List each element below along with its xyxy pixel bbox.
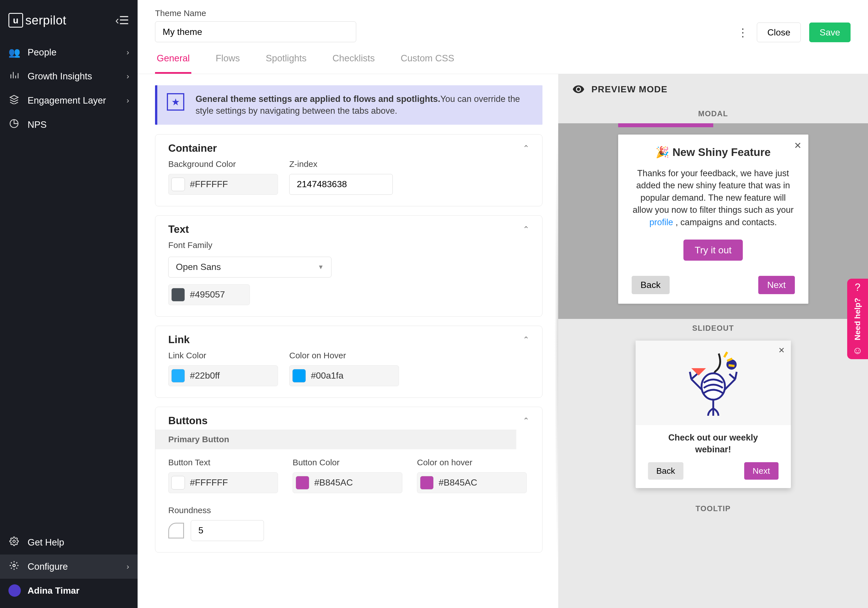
select-value: Open Sans — [176, 262, 221, 272]
tab-general[interactable]: General — [155, 53, 191, 74]
sidebar-item-label: NPS — [28, 119, 129, 130]
modal-next-button[interactable]: Next — [758, 276, 795, 294]
star-icon: ★ — [167, 93, 184, 111]
modal-link[interactable]: profile — [649, 217, 673, 227]
panel-link: Link ⌃ Link Color #22b0ff Color on Hover — [155, 326, 542, 398]
button-hover-color-input[interactable]: #B845AC — [417, 472, 527, 493]
color-value: #B845AC — [314, 478, 353, 488]
color-swatch — [171, 476, 185, 490]
sidebar-collapse-icon[interactable]: ‹☰ — [115, 14, 129, 27]
field-label: Font Family — [168, 240, 529, 250]
field-label: Z-index — [289, 159, 393, 169]
color-swatch — [171, 369, 185, 383]
sidebar-item-label: Engagement Layer — [28, 95, 119, 106]
layers-icon — [8, 95, 20, 106]
font-family-select[interactable]: Open Sans ▼ — [168, 257, 332, 278]
celebrate-person-icon — [677, 346, 750, 419]
field-label: Link Color — [168, 351, 278, 360]
svg-point-7 — [13, 565, 16, 567]
tab-custom-css[interactable]: Custom CSS — [399, 53, 456, 74]
sidebar-item-label: People — [28, 47, 119, 58]
slideout-back-button[interactable]: Back — [648, 462, 684, 480]
close-button[interactable]: Close — [757, 23, 801, 42]
user-profile[interactable]: Adina Timar — [0, 579, 138, 602]
preview-title: PREVIEW MODE — [591, 84, 667, 95]
sidebar-item-engagement-layer[interactable]: Engagement Layer › — [0, 88, 138, 113]
panel-title: Text — [168, 223, 189, 235]
modal-heading: 🎉 New Shiny Feature — [632, 146, 795, 159]
close-icon[interactable]: ✕ — [794, 140, 801, 151]
color-swatch — [420, 476, 434, 490]
chevron-right-icon: › — [127, 96, 129, 105]
link-color-input[interactable]: #22b0ff — [168, 365, 278, 386]
need-help-tab[interactable]: ? Need help? ☺ — [847, 279, 868, 359]
chevron-right-icon: › — [127, 72, 129, 81]
chevron-up-icon[interactable]: ⌃ — [523, 335, 529, 344]
banner-bold: General theme settings are applied to fl… — [195, 94, 440, 104]
chevron-right-icon: › — [127, 48, 129, 57]
sidebar-item-people[interactable]: 👥 People › — [0, 40, 138, 64]
tab-spotlights[interactable]: Spotlights — [264, 53, 308, 74]
sidebar-item-label: Growth Insights — [28, 71, 119, 82]
close-icon[interactable]: ✕ — [778, 346, 785, 355]
sidebar-item-growth-insights[interactable]: Growth Insights › — [0, 64, 138, 88]
eye-icon — [572, 83, 585, 95]
try-it-out-button[interactable]: Try it out — [684, 240, 743, 261]
sidebar-item-get-help[interactable]: Get Help — [0, 530, 138, 555]
theme-name-label: Theme Name — [155, 8, 356, 18]
zindex-input[interactable] — [289, 174, 393, 195]
panel-text: Text ⌃ Font Family Open Sans ▼ #495057 — [155, 216, 542, 317]
preview-modal-stage: ✕ 🎉 New Shiny Feature Thanks for your fe… — [558, 123, 868, 319]
panel-title: Buttons — [168, 415, 208, 427]
sidebar-item-label: Get Help — [28, 537, 129, 548]
color-swatch — [296, 476, 309, 490]
sidebar-item-label: Configure — [28, 561, 119, 572]
support-icon: ☺ — [852, 344, 863, 356]
color-value: #FFFFFF — [190, 478, 228, 488]
save-button[interactable]: Save — [809, 23, 851, 42]
panel-title: Link — [168, 334, 190, 346]
modal-progress-bar — [618, 123, 713, 127]
modal-back-button[interactable]: Back — [632, 276, 670, 294]
panel-container: Container ⌃ Background Color #FFFFFF Z-i… — [155, 134, 542, 206]
tab-flows[interactable]: Flows — [214, 53, 242, 74]
tabs: General Flows Spotlights Checklists Cust… — [138, 42, 868, 74]
background-color-input[interactable]: #FFFFFF — [168, 174, 278, 195]
panel-buttons: Buttons ⌃ Primary Button Button Text #FF… — [155, 407, 542, 552]
slideout-text: Check out our weekly webinar! — [636, 425, 791, 462]
color-value: #22b0ff — [190, 371, 220, 381]
chevron-right-icon: › — [127, 562, 129, 571]
preview-modal: ✕ 🎉 New Shiny Feature Thanks for your fe… — [618, 135, 808, 304]
roundness-icon — [168, 523, 184, 538]
link-hover-color-input[interactable]: #00a1fa — [289, 365, 399, 386]
chevron-up-icon[interactable]: ⌃ — [523, 144, 529, 153]
chevron-up-icon[interactable]: ⌃ — [523, 416, 529, 425]
modal-body: Thanks for your feedback, we have just a… — [632, 167, 795, 228]
field-label: Color on hover — [417, 458, 527, 467]
sidebar-item-configure[interactable]: Configure › — [0, 555, 138, 579]
field-label: Button Color — [293, 458, 402, 467]
preview-panel: PREVIEW MODE MODAL ✕ 🎉 New Shiny Feature… — [558, 74, 868, 608]
color-value: #FFFFFF — [190, 179, 228, 189]
slideout-illustration — [636, 341, 791, 425]
more-options-icon[interactable]: ⋮ — [737, 27, 749, 38]
color-swatch — [171, 178, 185, 191]
people-icon: 👥 — [8, 47, 20, 58]
pie-chart-icon — [8, 119, 20, 130]
slideout-next-button[interactable]: Next — [744, 462, 778, 480]
field-label: Button Text — [168, 458, 278, 467]
theme-name-input[interactable] — [155, 22, 356, 42]
color-value: #B845AC — [439, 478, 477, 488]
roundness-input[interactable] — [191, 520, 264, 541]
chevron-up-icon[interactable]: ⌃ — [523, 225, 529, 234]
panel-subhead: Primary Button — [155, 430, 516, 449]
main: Theme Name ⋮ Close Save General Flows Sp… — [138, 0, 868, 608]
text-color-input[interactable]: #495057 — [168, 284, 250, 305]
button-color-input[interactable]: #B845AC — [293, 472, 402, 493]
color-swatch — [292, 369, 306, 383]
tab-checklists[interactable]: Checklists — [331, 53, 377, 74]
gear-icon — [8, 537, 20, 548]
sidebar-item-nps[interactable]: NPS — [0, 113, 138, 137]
brand-logo: userpilot — [8, 13, 67, 28]
button-text-color-input[interactable]: #FFFFFF — [168, 472, 278, 493]
